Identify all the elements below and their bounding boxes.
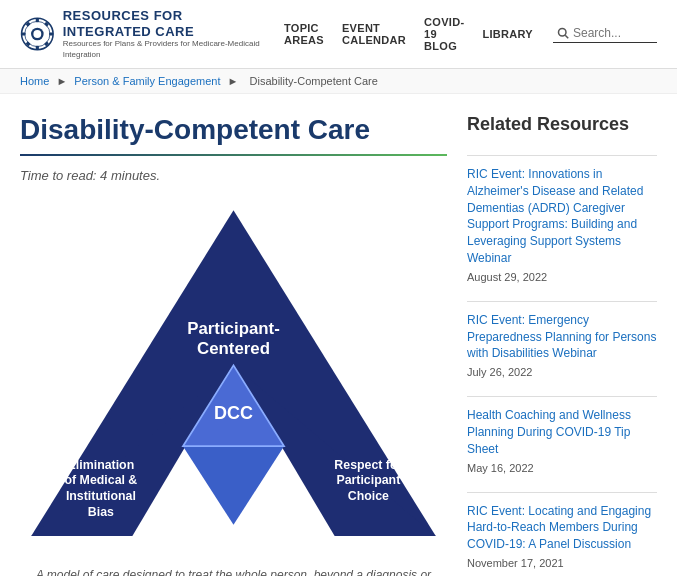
svg-text:Participant-: Participant- — [187, 319, 280, 338]
svg-text:Respect for: Respect for — [334, 458, 402, 472]
logo-area: Resources for Integrated Care Resources … — [20, 8, 264, 60]
related-item-1: RIC Event: Emergency Preparedness Planni… — [467, 301, 657, 378]
breadcrumb-person-family[interactable]: Person & Family Engagement — [74, 75, 220, 87]
logo-text: Resources for Integrated Care Resources … — [63, 8, 264, 60]
svg-text:Choice: Choice — [348, 489, 389, 503]
breadcrumb-home[interactable]: Home — [20, 75, 49, 87]
sidebar-title: Related Resources — [467, 114, 657, 139]
main-nav: Topic Areas Event Calendar COVID-19 Blog… — [284, 16, 533, 52]
time-to-read-prefix: Time to read: — [20, 168, 100, 183]
related-link-0[interactable]: RIC Event: Innovations in Alzheimer's Di… — [467, 166, 657, 267]
breadcrumb-sep-2: ► — [228, 75, 242, 87]
breadcrumb-current: Disability-Competent Care — [250, 75, 378, 87]
page-title: Disability-Competent Care — [20, 114, 447, 146]
svg-rect-5 — [49, 32, 53, 35]
main-container: Disability-Competent Care Time to read: … — [0, 94, 677, 576]
related-date-1: July 26, 2022 — [467, 366, 657, 378]
logo-title: Resources for Integrated Care — [63, 8, 264, 39]
related-date-2: May 16, 2022 — [467, 462, 657, 474]
nav-event-calendar[interactable]: Event Calendar — [342, 22, 406, 46]
site-header: Resources for Integrated Care Resources … — [0, 0, 677, 69]
time-to-read: Time to read: 4 minutes. — [20, 168, 447, 183]
svg-rect-2 — [36, 18, 39, 22]
dcc-diagram: Participant- Centered Elimination of Med… — [20, 199, 447, 559]
svg-text:Bias: Bias — [88, 505, 114, 519]
diagram-caption: A model of care designed to treat the wh… — [20, 568, 447, 576]
svg-text:Centered: Centered — [197, 339, 270, 358]
svg-text:Institutional: Institutional — [66, 489, 136, 503]
svg-rect-4 — [22, 32, 26, 35]
svg-rect-3 — [36, 46, 39, 50]
search-icon — [557, 27, 569, 39]
content-area: Disability-Competent Care Time to read: … — [20, 114, 447, 576]
svg-text:DCC: DCC — [214, 403, 253, 423]
breadcrumb-sep-1: ► — [56, 75, 70, 87]
svg-text:Participant: Participant — [336, 473, 400, 487]
related-date-0: August 29, 2022 — [467, 271, 657, 283]
title-underline — [20, 154, 447, 156]
related-item-0: RIC Event: Innovations in Alzheimer's Di… — [467, 155, 657, 283]
sidebar: Related Resources RIC Event: Innovations… — [467, 114, 657, 576]
search-area[interactable] — [553, 24, 657, 43]
svg-line-13 — [565, 36, 568, 39]
related-link-1[interactable]: RIC Event: Emergency Preparedness Planni… — [467, 312, 657, 362]
related-item-2: Health Coaching and Wellness Planning Du… — [467, 396, 657, 473]
related-link-3[interactable]: RIC Event: Locating and Engaging Hard-to… — [467, 503, 657, 553]
nav-topic-areas[interactable]: Topic Areas — [284, 22, 324, 46]
svg-point-11 — [33, 30, 41, 38]
breadcrumb: Home ► Person & Family Engagement ► Disa… — [0, 69, 677, 94]
logo-icon — [20, 12, 55, 56]
related-link-2[interactable]: Health Coaching and Wellness Planning Du… — [467, 407, 657, 457]
svg-point-12 — [559, 29, 567, 37]
diagram-container: Participant- Centered Elimination of Med… — [20, 199, 447, 576]
related-item-3: RIC Event: Locating and Engaging Hard-to… — [467, 492, 657, 569]
logo-subtitle: Resources for Plans & Providers for Medi… — [63, 39, 264, 60]
svg-text:of Medical &: of Medical & — [65, 473, 138, 487]
time-to-read-value: 4 minutes. — [100, 168, 160, 183]
nav-covid-blog[interactable]: COVID-19 Blog — [424, 16, 464, 52]
search-input[interactable] — [573, 26, 653, 40]
nav-library[interactable]: Library — [482, 28, 533, 40]
related-date-3: November 17, 2021 — [467, 557, 657, 569]
svg-text:Elimination: Elimination — [68, 458, 135, 472]
